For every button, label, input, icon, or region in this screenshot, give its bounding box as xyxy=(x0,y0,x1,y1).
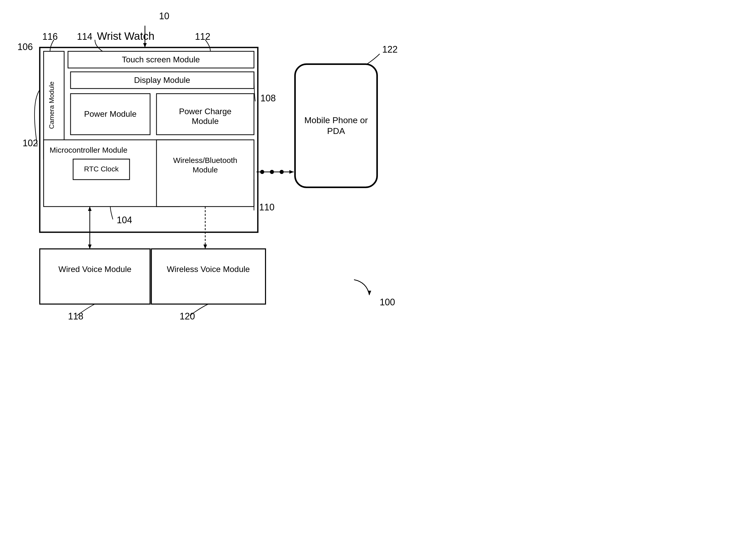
ref-112: 112 xyxy=(195,31,210,42)
ref-116: 116 xyxy=(42,31,58,42)
mobile-phone-label: Mobile Phone or xyxy=(304,115,368,125)
svg-rect-17 xyxy=(40,249,150,304)
ref-104: 104 xyxy=(117,215,132,225)
ref-106: 106 xyxy=(17,42,33,52)
ref-120: 120 xyxy=(180,311,195,322)
display-module-label: Display Module xyxy=(134,75,190,85)
rtc-clock-label: RTC Clock xyxy=(84,165,119,173)
wired-voice-label: Wired Voice Module xyxy=(58,265,132,274)
power-charge-label2: Module xyxy=(192,116,219,126)
ref-110: 110 xyxy=(259,202,274,212)
ref-114: 114 xyxy=(77,31,92,42)
mobile-phone-label2: PDA xyxy=(327,126,345,136)
ref-122: 122 xyxy=(382,44,398,55)
wireless-voice-label: Wireless Voice Module xyxy=(167,265,250,274)
svg-rect-19 xyxy=(295,64,377,187)
svg-point-22 xyxy=(270,170,274,174)
ref-102: 102 xyxy=(23,138,38,148)
microcontroller-label: Microcontroller Module xyxy=(50,146,127,154)
wrist-watch-label: Wrist Watch xyxy=(97,30,154,42)
svg-rect-18 xyxy=(151,249,266,304)
power-charge-label: Power Charge xyxy=(179,107,232,116)
ref-10: 10 xyxy=(159,11,169,21)
wireless-bt-label2: Module xyxy=(193,166,218,174)
ref-100: 100 xyxy=(380,297,395,307)
touch-screen-label: Touch screen Module xyxy=(122,55,200,64)
svg-point-21 xyxy=(260,170,264,174)
power-module-label: Power Module xyxy=(84,109,137,119)
ref-108: 108 xyxy=(260,93,276,103)
wireless-bt-label: Wireless/Bluetooth xyxy=(173,156,237,164)
camera-module-label: Camera Module xyxy=(48,82,55,129)
diagram: Wrist Watch 10 102 Camera Module 106 116… xyxy=(0,0,756,545)
svg-point-23 xyxy=(280,170,284,174)
